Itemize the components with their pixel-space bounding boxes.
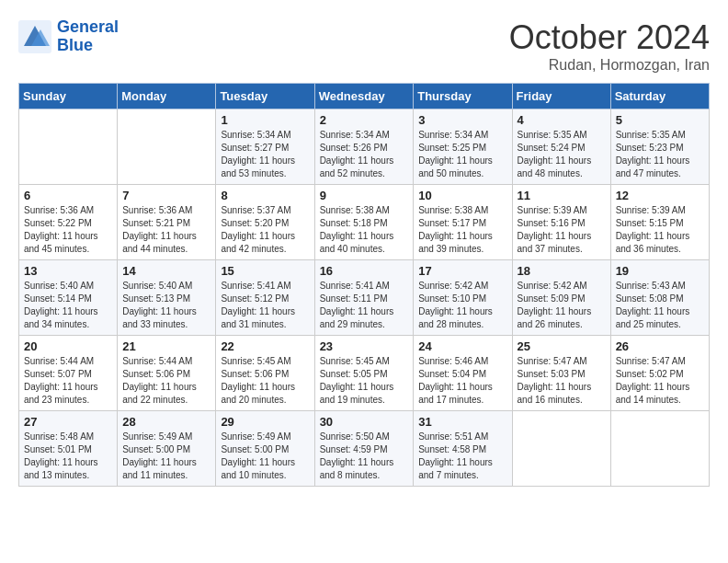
day-info: Sunrise: 5:37 AM Sunset: 5:20 PM Dayligh…	[221, 204, 309, 256]
calendar-cell: 24Sunrise: 5:46 AM Sunset: 5:04 PM Dayli…	[414, 336, 512, 411]
title-block: October 2024 Rudan, Hormozgan, Iran	[509, 18, 710, 74]
calendar-cell: 14Sunrise: 5:40 AM Sunset: 5:13 PM Dayli…	[118, 260, 216, 336]
weekday-header: Thursday	[414, 84, 512, 109]
calendar-week-row: 1Sunrise: 5:34 AM Sunset: 5:27 PM Daylig…	[19, 109, 710, 185]
day-number: 6	[24, 189, 112, 202]
day-info: Sunrise: 5:38 AM Sunset: 5:17 PM Dayligh…	[418, 204, 506, 256]
day-number: 15	[221, 264, 309, 278]
day-info: Sunrise: 5:45 AM Sunset: 5:06 PM Dayligh…	[221, 355, 309, 407]
day-info: Sunrise: 5:34 AM Sunset: 5:25 PM Dayligh…	[418, 129, 506, 180]
day-number: 2	[320, 113, 409, 127]
day-info: Sunrise: 5:34 AM Sunset: 5:26 PM Dayligh…	[320, 129, 409, 180]
day-number: 20	[24, 339, 112, 353]
day-info: Sunrise: 5:49 AM Sunset: 5:00 PM Dayligh…	[221, 431, 309, 482]
calendar-cell: 30Sunrise: 5:50 AM Sunset: 4:59 PM Dayli…	[314, 411, 414, 487]
calendar-cell: 13Sunrise: 5:40 AM Sunset: 5:14 PM Dayli…	[19, 260, 118, 336]
day-info: Sunrise: 5:44 AM Sunset: 5:06 PM Dayligh…	[122, 355, 210, 407]
day-info: Sunrise: 5:47 AM Sunset: 5:02 PM Dayligh…	[616, 355, 704, 407]
calendar-cell	[118, 109, 216, 185]
logo-line1: General	[57, 17, 119, 36]
calendar-cell: 28Sunrise: 5:49 AM Sunset: 5:00 PM Dayli…	[118, 411, 216, 487]
day-number: 30	[320, 415, 409, 429]
day-number: 10	[418, 189, 506, 202]
day-info: Sunrise: 5:45 AM Sunset: 5:05 PM Dayligh…	[320, 355, 409, 407]
weekday-header: Tuesday	[216, 84, 314, 109]
day-info: Sunrise: 5:43 AM Sunset: 5:08 PM Dayligh…	[616, 280, 704, 331]
calendar-cell: 20Sunrise: 5:44 AM Sunset: 5:07 PM Dayli…	[19, 336, 118, 411]
calendar-cell: 26Sunrise: 5:47 AM Sunset: 5:02 PM Dayli…	[610, 336, 709, 411]
day-info: Sunrise: 5:40 AM Sunset: 5:14 PM Dayligh…	[24, 280, 112, 331]
calendar-cell: 10Sunrise: 5:38 AM Sunset: 5:17 PM Dayli…	[414, 185, 512, 260]
weekday-row: SundayMondayTuesdayWednesdayThursdayFrid…	[19, 84, 710, 109]
day-number: 13	[24, 264, 112, 278]
calendar-cell: 3Sunrise: 5:34 AM Sunset: 5:25 PM Daylig…	[414, 109, 512, 185]
day-info: Sunrise: 5:44 AM Sunset: 5:07 PM Dayligh…	[24, 355, 112, 407]
month-title: October 2024	[509, 18, 710, 57]
day-number: 24	[418, 339, 506, 353]
day-number: 4	[518, 113, 606, 127]
day-number: 3	[418, 113, 506, 127]
day-info: Sunrise: 5:42 AM Sunset: 5:09 PM Dayligh…	[518, 280, 606, 331]
calendar-week-row: 20Sunrise: 5:44 AM Sunset: 5:07 PM Dayli…	[19, 336, 710, 411]
location-subtitle: Rudan, Hormozgan, Iran	[509, 57, 710, 74]
day-number: 22	[221, 339, 309, 353]
weekday-header: Friday	[512, 84, 610, 109]
day-number: 19	[616, 264, 704, 278]
day-info: Sunrise: 5:46 AM Sunset: 5:04 PM Dayligh…	[418, 355, 506, 407]
day-info: Sunrise: 5:40 AM Sunset: 5:13 PM Dayligh…	[122, 280, 210, 331]
day-number: 17	[418, 264, 506, 278]
day-number: 7	[122, 189, 210, 202]
calendar-header: SundayMondayTuesdayWednesdayThursdayFrid…	[19, 84, 710, 109]
day-number: 1	[221, 113, 309, 127]
logo-text: General Blue	[57, 18, 119, 55]
day-number: 8	[221, 189, 309, 202]
calendar-week-row: 27Sunrise: 5:48 AM Sunset: 5:01 PM Dayli…	[19, 411, 710, 487]
logo-line2: Blue	[57, 36, 93, 54]
day-info: Sunrise: 5:35 AM Sunset: 5:24 PM Dayligh…	[518, 129, 606, 180]
calendar-cell: 31Sunrise: 5:51 AM Sunset: 4:58 PM Dayli…	[414, 411, 512, 487]
day-info: Sunrise: 5:35 AM Sunset: 5:23 PM Dayligh…	[616, 129, 704, 180]
calendar-cell: 6Sunrise: 5:36 AM Sunset: 5:22 PM Daylig…	[19, 185, 118, 260]
day-number: 28	[122, 415, 210, 429]
day-number: 25	[518, 339, 606, 353]
day-number: 16	[320, 264, 409, 278]
day-info: Sunrise: 5:38 AM Sunset: 5:18 PM Dayligh…	[320, 204, 409, 256]
day-number: 26	[616, 339, 704, 353]
calendar-cell: 29Sunrise: 5:49 AM Sunset: 5:00 PM Dayli…	[216, 411, 314, 487]
calendar-cell: 21Sunrise: 5:44 AM Sunset: 5:06 PM Dayli…	[118, 336, 216, 411]
day-info: Sunrise: 5:50 AM Sunset: 4:59 PM Dayligh…	[320, 431, 409, 482]
day-number: 5	[616, 113, 704, 127]
weekday-header: Wednesday	[314, 84, 414, 109]
calendar-body: 1Sunrise: 5:34 AM Sunset: 5:27 PM Daylig…	[19, 109, 710, 487]
day-info: Sunrise: 5:47 AM Sunset: 5:03 PM Dayligh…	[518, 355, 606, 407]
day-info: Sunrise: 5:41 AM Sunset: 5:11 PM Dayligh…	[320, 280, 409, 331]
weekday-header: Sunday	[19, 84, 118, 109]
day-number: 9	[320, 189, 409, 202]
day-info: Sunrise: 5:39 AM Sunset: 5:15 PM Dayligh…	[616, 204, 704, 256]
calendar-cell: 1Sunrise: 5:34 AM Sunset: 5:27 PM Daylig…	[216, 109, 314, 185]
calendar-cell	[512, 411, 610, 487]
day-number: 31	[418, 415, 506, 429]
day-info: Sunrise: 5:42 AM Sunset: 5:10 PM Dayligh…	[418, 280, 506, 331]
day-info: Sunrise: 5:41 AM Sunset: 5:12 PM Dayligh…	[221, 280, 309, 331]
day-info: Sunrise: 5:51 AM Sunset: 4:58 PM Dayligh…	[418, 431, 506, 482]
day-number: 27	[24, 415, 112, 429]
calendar-cell	[19, 109, 118, 185]
calendar-cell: 17Sunrise: 5:42 AM Sunset: 5:10 PM Dayli…	[414, 260, 512, 336]
calendar-cell: 11Sunrise: 5:39 AM Sunset: 5:16 PM Dayli…	[512, 185, 610, 260]
calendar-cell: 15Sunrise: 5:41 AM Sunset: 5:12 PM Dayli…	[216, 260, 314, 336]
page-header: General Blue October 2024 Rudan, Hormozg…	[18, 18, 710, 74]
calendar-cell: 8Sunrise: 5:37 AM Sunset: 5:20 PM Daylig…	[216, 185, 314, 260]
calendar-cell	[610, 411, 709, 487]
day-number: 18	[518, 264, 606, 278]
day-info: Sunrise: 5:39 AM Sunset: 5:16 PM Dayligh…	[518, 204, 606, 256]
logo: General Blue	[18, 18, 119, 55]
weekday-header: Monday	[118, 84, 216, 109]
day-info: Sunrise: 5:36 AM Sunset: 5:22 PM Dayligh…	[24, 204, 112, 256]
day-number: 23	[320, 339, 409, 353]
day-info: Sunrise: 5:34 AM Sunset: 5:27 PM Dayligh…	[221, 129, 309, 180]
day-number: 21	[122, 339, 210, 353]
calendar-cell: 27Sunrise: 5:48 AM Sunset: 5:01 PM Dayli…	[19, 411, 118, 487]
calendar-cell: 18Sunrise: 5:42 AM Sunset: 5:09 PM Dayli…	[512, 260, 610, 336]
calendar-cell: 22Sunrise: 5:45 AM Sunset: 5:06 PM Dayli…	[216, 336, 314, 411]
